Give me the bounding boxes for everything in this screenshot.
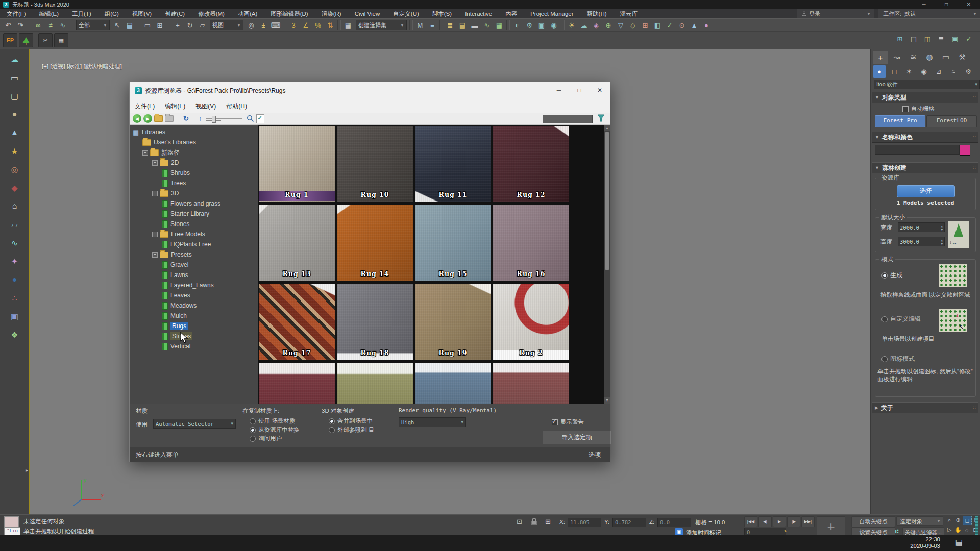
forest-pack-button[interactable]: FP: [3, 33, 17, 47]
left-tool-plane-icon[interactable]: ▭: [6, 69, 23, 86]
ribbon-icon[interactable]: ▬: [469, 19, 481, 31]
rug-thumbnail[interactable]: Rug 13: [259, 205, 335, 281]
render-setup-icon[interactable]: ⚙: [523, 19, 535, 31]
tree-item[interactable]: Stones: [130, 331, 258, 341]
rug-thumbnail[interactable]: [259, 363, 335, 404]
cat-lights[interactable]: ✶: [902, 65, 916, 78]
rug-thumbnail[interactable]: Rug 17: [259, 284, 335, 360]
isolate-selection-icon[interactable]: ⊡: [517, 518, 522, 525]
align-icon[interactable]: ≡: [426, 19, 438, 31]
width-spinner[interactable]: 2000.0▲▼: [898, 222, 945, 232]
left-tool-sphere-icon[interactable]: ●: [6, 106, 23, 122]
light-icon[interactable]: ☀: [566, 19, 578, 31]
category-dropdown[interactable]: Itoo 软件 ▼: [874, 80, 980, 89]
target-icon[interactable]: ⊙: [676, 19, 688, 31]
cat-shapes[interactable]: ◻: [888, 65, 901, 78]
tree-item[interactable]: Meadows: [130, 300, 258, 311]
render-quality-dropdown[interactable]: High ▼: [399, 417, 466, 427]
named-sets-dropdown[interactable]: 创建选择集▼: [356, 20, 407, 30]
tree-item[interactable]: −2D: [130, 158, 258, 168]
tree-expander-icon[interactable]: −: [152, 191, 158, 196]
tree-expander-icon[interactable]: −: [152, 232, 158, 237]
select-move-icon[interactable]: +: [172, 19, 184, 31]
rug-thumbnail[interactable]: [337, 363, 413, 404]
rollout-about[interactable]: ▶ 关于 ∷: [872, 402, 978, 413]
dialog-menu-item[interactable]: 视图(V): [190, 102, 221, 111]
rug-thumbnail[interactable]: Rug 16: [493, 205, 569, 281]
prev-frame-button[interactable]: ◀|: [758, 516, 772, 527]
dialog-menu-item[interactable]: 文件(F): [130, 102, 160, 111]
z-coordinate-field[interactable]: 0.0: [657, 518, 691, 527]
cat-systems[interactable]: ⚙: [962, 65, 975, 78]
tree-item[interactable]: Mulch: [130, 311, 258, 321]
menu-item[interactable]: 文件(F): [0, 9, 33, 18]
rug-thumbnail[interactable]: Rug 19: [415, 284, 491, 360]
login-dropdown[interactable]: 登录 ▼: [797, 9, 874, 18]
select-rotate-icon[interactable]: ↻: [184, 19, 196, 31]
tree-item[interactable]: Shrubs: [130, 168, 258, 178]
cat-helpers[interactable]: ⊿: [932, 65, 945, 78]
rug-thumbnail[interactable]: Rug 12: [493, 126, 569, 202]
menu-item[interactable]: 内容: [499, 9, 524, 18]
dialog-close-button[interactable]: ✕: [590, 82, 610, 99]
zoom-search-icon[interactable]: [247, 115, 254, 122]
dialog-minimize-button[interactable]: ─: [549, 82, 569, 99]
rug-thumbnail[interactable]: [493, 363, 569, 404]
show-warnings-checkbox[interactable]: 显示警告: [552, 418, 584, 426]
play-button[interactable]: ▶: [773, 516, 786, 527]
scrollbar-thumb[interactable]: [605, 132, 609, 270]
spinner-snap-icon[interactable]: ⇅: [324, 19, 336, 31]
tab-hierarchy[interactable]: ≋: [905, 51, 921, 64]
import-icon[interactable]: ↑: [199, 115, 202, 122]
height-spinner[interactable]: 3000.0▲▼: [898, 237, 945, 246]
tb2-check-icon[interactable]: ✓: [963, 33, 975, 44]
dialog-menu-item[interactable]: 帮助(H): [221, 102, 252, 111]
tree-item[interactable]: Rugs: [130, 321, 258, 331]
dope-sheet-icon[interactable]: ▦: [493, 19, 505, 31]
select-object-icon[interactable]: ↖: [111, 19, 124, 31]
selection-filter-dropdown[interactable]: 全部▼: [76, 20, 110, 30]
tree-item[interactable]: Stones: [130, 219, 258, 229]
mode-custom-edit-radio[interactable]: 自定义编辑: [881, 315, 921, 323]
left-tool-wave-icon[interactable]: ∿: [6, 235, 23, 251]
viewport-label[interactable]: [+] [透视] [标准] [默认明暗处理]: [42, 63, 122, 70]
selection-region-icon[interactable]: ▭: [141, 19, 154, 31]
tab-utilities[interactable]: ⚒: [954, 51, 970, 64]
menu-item[interactable]: 图形编辑器(D): [264, 9, 314, 18]
tree-item[interactable]: Layered_Lawns: [130, 280, 258, 290]
unlink-icon[interactable]: ≠: [44, 19, 57, 31]
curve-editor-icon[interactable]: ∿: [481, 19, 493, 31]
tb2-rows-icon[interactable]: ≣: [935, 33, 947, 44]
menu-item[interactable]: 溜云库: [614, 9, 645, 18]
tb2-panel-icon[interactable]: ◫: [921, 33, 934, 44]
menu-item[interactable]: 修改器(M): [191, 9, 231, 18]
autogrid-checkbox[interactable]: 自动栅格: [902, 105, 935, 113]
edit-named-sets-icon[interactable]: ▦: [342, 19, 354, 31]
back-button[interactable]: ◀: [133, 114, 141, 123]
menu-item[interactable]: 渲染(R): [315, 9, 348, 18]
left-tool-gem-icon[interactable]: ◆: [6, 180, 23, 196]
menu-item[interactable]: 自定义(U): [386, 9, 425, 18]
diamond-icon[interactable]: ◇: [627, 19, 639, 31]
tree-item[interactable]: Lawns: [130, 270, 258, 280]
forest-pro-button[interactable]: Forest Pro: [875, 115, 925, 127]
tree-item[interactable]: −Presets: [130, 249, 258, 260]
tree-item[interactable]: User's Libraries: [130, 137, 258, 147]
menu-item[interactable]: 编辑(E): [33, 9, 65, 18]
filter-funnel-icon[interactable]: [597, 114, 605, 122]
menu-item[interactable]: 脚本(S): [426, 9, 458, 18]
cloud-icon[interactable]: ☁: [578, 19, 590, 31]
undo-icon[interactable]: ↶: [2, 19, 14, 31]
go-start-button[interactable]: |◀◀: [744, 516, 757, 527]
time-config-icon[interactable]: ◔: [783, 528, 787, 535]
maxscript-mini-listener[interactable]: "Liu: [4, 527, 20, 535]
check-icon[interactable]: ✓: [664, 19, 676, 31]
tree-item[interactable]: Starter Library: [130, 209, 258, 219]
selection-lock-icon[interactable]: [531, 518, 537, 525]
rug-thumbnail[interactable]: [415, 363, 491, 404]
scissors-icon[interactable]: ✂: [38, 33, 53, 47]
tab-modify[interactable]: ↝: [889, 51, 904, 64]
material-editor-icon[interactable]: ◐: [511, 19, 523, 31]
close-button[interactable]: ✕: [958, 0, 980, 9]
forest-lod-button[interactable]: ForestLOD: [926, 115, 977, 127]
